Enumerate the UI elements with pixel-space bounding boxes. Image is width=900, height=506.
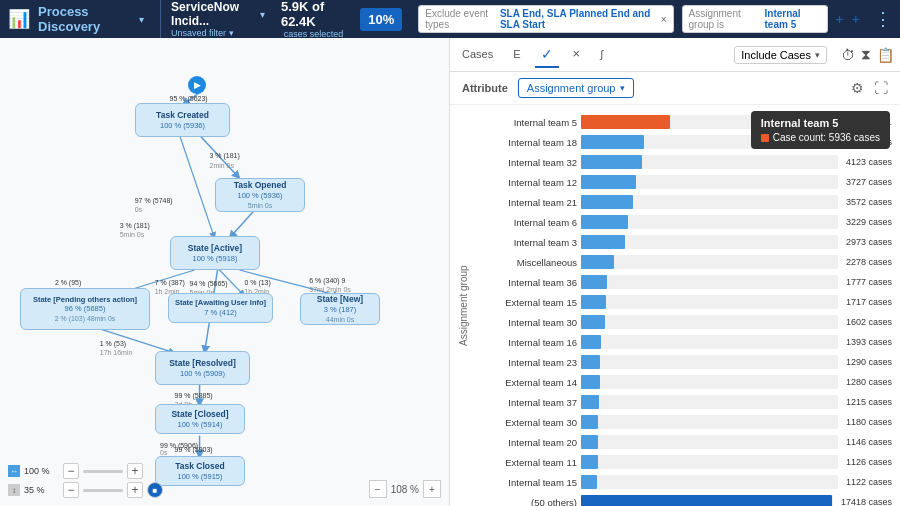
bottom-controls: ↔ 100 % − + ↕ 35 % − + ■ — [8, 463, 163, 498]
bar-row: Internal team 301602 cases — [472, 313, 892, 331]
filter-sub-arrow[interactable]: ▾ — [229, 28, 234, 38]
bar-row: Internal team 55936 ca... — [472, 113, 892, 131]
bar-value: 4263 cases — [846, 137, 892, 147]
bars-container: Internal team 55936 ca...Internal team 1… — [472, 109, 892, 506]
bar-track — [581, 415, 838, 429]
bar-label: Internal team 18 — [472, 137, 577, 148]
svg-line-8 — [100, 329, 175, 353]
svg-text:2 % (95): 2 % (95) — [55, 279, 81, 287]
bar-row: External team 301180 cases — [472, 413, 892, 431]
attribute-dropdown[interactable]: Assignment group ▾ — [518, 78, 634, 98]
add-filter-plus[interactable]: + — [836, 11, 844, 27]
tab-int[interactable]: ∫ — [594, 44, 609, 66]
zoom-h-bar[interactable] — [83, 470, 123, 473]
cases-section: 5.9K of 62.4K cases selected — [281, 0, 346, 39]
zoom-vertical-row: ↕ 35 % − + ■ — [8, 482, 163, 498]
bar-track — [581, 135, 838, 149]
zoom-v-plus[interactable]: + — [127, 482, 143, 498]
svg-text:94 % (5665): 94 % (5665) — [190, 280, 228, 288]
bar-label: Internal team 5 — [472, 117, 577, 128]
bar-row: Internal team 32973 cases — [472, 233, 892, 251]
bar-value: 1126 cases — [846, 457, 892, 467]
bar-row: Miscellaneous2278 cases — [472, 253, 892, 271]
task-closed-pct: 99 % (5906)0s — [160, 442, 198, 456]
bar-fill — [581, 375, 600, 389]
bar-row: Internal team 184263 cases — [472, 133, 892, 151]
bar-track — [581, 235, 838, 249]
zoom-v-bar[interactable] — [83, 489, 123, 492]
bar-value: 4123 cases — [846, 157, 892, 167]
more-menu-button[interactable]: ⋮ — [874, 8, 892, 30]
exclude-chip-close[interactable]: × — [661, 14, 667, 25]
bar-track — [581, 155, 838, 169]
zoom-h-plus[interactable]: + — [127, 463, 143, 479]
nav-minus-btn[interactable]: − — [369, 480, 387, 498]
main-area: 95 % (5623) (188) 0s 3 % (181) 2min 0s 9… — [0, 38, 900, 506]
app-title-arrow[interactable]: ▾ — [139, 14, 144, 25]
svg-line-3 — [229, 210, 254, 238]
attribute-value: Assignment group — [527, 82, 616, 94]
zoom-v-icon: ↕ — [8, 484, 20, 496]
bar-label: External team 11 — [472, 457, 577, 468]
bar-track — [581, 315, 838, 329]
filter-section: ServiceNow Incid... ▾ Unsaved filter ▾ — [160, 0, 265, 38]
expand-icon[interactable]: ⛶ — [874, 80, 888, 96]
bar-label: Internal team 15 — [472, 477, 577, 488]
task-opened-node[interactable]: Task Opened 100 % (5936) 5min 0s — [215, 178, 305, 212]
task-created-node[interactable]: Task Created 100 % (5936) — [135, 103, 230, 137]
bar-value: 1146 cases — [846, 437, 892, 447]
event-duration-tab[interactable]: ⧗ — [861, 46, 871, 63]
add-filter-plus2[interactable]: + — [852, 11, 860, 27]
state-pending-node[interactable]: State [Pending others action] 96 % (5685… — [20, 288, 150, 330]
state-active-node[interactable]: State [Active] 100 % (5918) — [170, 236, 260, 270]
task-closed-node[interactable]: Task Closed 100 % (5915) — [155, 456, 245, 486]
tab-e[interactable]: E — [507, 44, 526, 66]
state-awaiting-node[interactable]: State [Awaiting User Info] 7 % (412) — [168, 293, 273, 323]
bar-row: Internal team 151122 cases — [472, 473, 892, 491]
filter-title-arrow[interactable]: ▾ — [260, 9, 265, 20]
svg-text:7 % (387): 7 % (387) — [155, 279, 185, 287]
zoom-h-minus[interactable]: − — [63, 463, 79, 479]
zoom-v-minus[interactable]: − — [63, 482, 79, 498]
bar-fill — [581, 175, 636, 189]
exclude-chip-value: SLA End, SLA Planned End and SLA Start — [500, 8, 657, 30]
case-count-tab[interactable]: 📋 — [877, 47, 894, 63]
bar-value: 2973 cases — [846, 237, 892, 247]
zoom-horizontal-row: ↔ 100 % − + — [8, 463, 163, 479]
include-cases-dropdown[interactable]: Include Cases ▾ — [734, 46, 827, 64]
duration-tab[interactable]: ⏱ — [841, 47, 855, 63]
bar-fill — [581, 155, 642, 169]
state-closed-node[interactable]: State [Closed] 100 % (5914) — [155, 404, 245, 434]
bar-label: Internal team 3 — [472, 237, 577, 248]
bar-track — [581, 215, 838, 229]
bar-label: Internal team 12 — [472, 177, 577, 188]
stop-button[interactable]: ■ — [147, 482, 163, 498]
bar-fill — [581, 495, 832, 506]
bar-label: External team 30 — [472, 417, 577, 428]
tab-x[interactable]: × — [567, 42, 587, 67]
state-resolved-node[interactable]: State [Resolved] 100 % (5909) — [155, 351, 250, 385]
percent-badge: 10% — [360, 8, 402, 31]
bar-fill — [581, 455, 598, 469]
bar-row: (50 others)17418 cases — [472, 493, 892, 506]
bar-fill — [581, 355, 600, 369]
svg-text:0 % (13): 0 % (13) — [244, 279, 270, 287]
bar-row: External team 141280 cases — [472, 373, 892, 391]
tab-check[interactable]: ✓ — [535, 42, 559, 68]
state-new-node[interactable]: State [New] 3 % (187) 44min 0s — [300, 293, 380, 325]
bar-value: 17418 cases — [841, 497, 892, 506]
tab-cases[interactable]: Cases — [456, 44, 499, 66]
settings-icon[interactable]: ⚙ — [851, 80, 864, 96]
svg-text:5min 0s: 5min 0s — [120, 231, 145, 238]
bar-row: Internal team 161393 cases — [472, 333, 892, 351]
bar-value: 5936 ca... — [852, 117, 892, 127]
bar-label: External team 14 — [472, 377, 577, 388]
bar-track — [581, 355, 838, 369]
filter-title[interactable]: ServiceNow Incid... — [171, 0, 257, 28]
bar-label: Internal team 6 — [472, 217, 577, 228]
bar-fill — [581, 475, 597, 489]
right-tab-icons: ⏱ ⧗ 📋 — [841, 46, 894, 63]
bar-fill — [581, 415, 598, 429]
nav-plus-btn[interactable]: + — [423, 480, 441, 498]
bar-track — [581, 115, 844, 129]
